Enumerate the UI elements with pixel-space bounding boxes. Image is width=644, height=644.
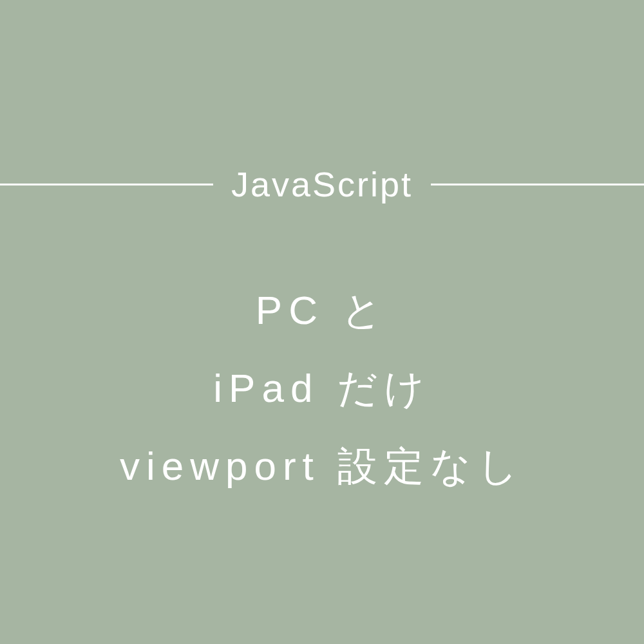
title-line-1: PC と: [120, 272, 524, 350]
title-line-2: iPad だけ: [120, 350, 524, 428]
thumbnail-card: JavaScript PC と iPad だけ viewport 設定なし: [0, 0, 644, 644]
divider-right: [431, 184, 644, 185]
title-body: PC と iPad だけ viewport 設定なし: [120, 272, 524, 506]
heading-row: JavaScript: [0, 164, 644, 204]
divider-left: [0, 184, 213, 185]
title-line-3: viewport 設定なし: [120, 428, 524, 506]
category-label: JavaScript: [213, 164, 431, 204]
